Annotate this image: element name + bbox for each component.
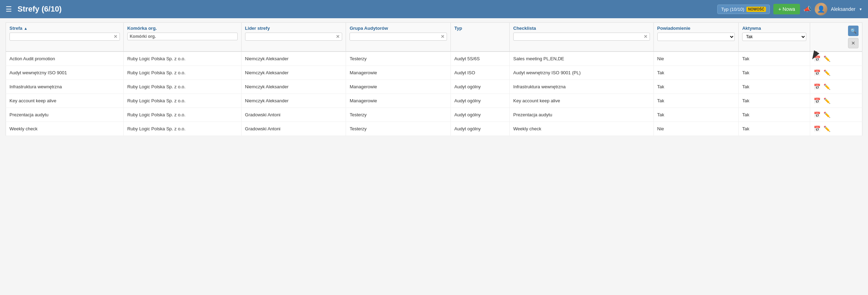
col-lider: Lider strefy ✕ (241, 23, 346, 52)
cell-strefa: Audyt wewnętrzny ISO 9001 (6, 66, 124, 80)
cell-komorka: Ruby Logic Polska Sp. z o.o. (123, 122, 241, 136)
col-komorka: Komórka org. Komórki org. (123, 23, 241, 52)
komorka-filter-text: Komórki org. (130, 34, 156, 39)
table-header-row: Strefa ▲ ✕ Komórka org. (6, 23, 862, 52)
aktywna-filter-select[interactable]: Tak Wszystkie Nie (742, 33, 806, 41)
cell-grupa: Testerzy (346, 122, 451, 136)
sort-icon[interactable]: ▲ (24, 26, 28, 30)
powiadomienie-filter-select[interactable]: Tak Nie (657, 33, 735, 41)
lider-filter-clear[interactable]: ✕ (336, 34, 340, 39)
cell-typ: Audyt ogólny (451, 108, 510, 122)
col-strefa-label: Strefa (9, 26, 22, 31)
cell-aktywna: Tak (739, 108, 810, 122)
cell-checklista: Prezentacja audytu (510, 108, 654, 122)
grupa-filter-input[interactable] (352, 34, 439, 39)
cell-komorka: Ruby Logic Polska Sp. z o.o. (123, 80, 241, 94)
nowosc-badge: NOWOŚĆ (746, 7, 766, 12)
clear-button[interactable]: ✕ (848, 38, 859, 48)
avatar-image: 👤 (815, 3, 827, 15)
calendar-icon[interactable]: 📅 (814, 125, 821, 132)
cell-grupa: Managerowie (346, 80, 451, 94)
cell-checklista: Key account keep alive (510, 94, 654, 108)
header-right: Typ (10/10) NOWOŚĆ + Nowa 📣 👤 Aleksander… (717, 3, 862, 15)
cell-powiadomienie: Tak (653, 94, 739, 108)
cell-checklista: Infrastruktura wewnętrzna (510, 80, 654, 94)
lider-filter-input[interactable] (247, 34, 335, 39)
table-row: Action Audit promotionRuby Logic Polska … (6, 52, 862, 66)
strefy-table: Strefa ▲ ✕ Komórka org. (6, 22, 862, 136)
col-typ: Typ (451, 23, 510, 52)
calendar-icon[interactable]: 📅 (814, 97, 821, 104)
nowa-button[interactable]: + Nowa (773, 4, 800, 14)
col-powiadomienie-label: Powiadomienie (657, 26, 691, 31)
cell-aktywna: Tak (739, 66, 810, 80)
edit-icon[interactable]: ✏️ (823, 69, 830, 76)
cell-strefa: Key account keep alive (6, 94, 124, 108)
col-grupa-label: Grupa Audytorów (350, 26, 388, 31)
cell-lider: Niemczyk Aleksander (241, 66, 346, 80)
col-strefa: Strefa ▲ ✕ (6, 23, 124, 52)
cell-lider: Gradowski Antoni (241, 108, 346, 122)
cell-strefa: Action Audit promotion (6, 52, 124, 66)
user-name[interactable]: Aleksander (831, 6, 855, 12)
strefa-filter-clear[interactable]: ✕ (114, 34, 117, 39)
col-powiadomienie: Powiadomienie Tak Nie (653, 23, 739, 52)
cell-strefa: Weekly check (6, 122, 124, 136)
bell-icon[interactable]: 📣 (803, 5, 811, 13)
calendar-icon[interactable]: 📅 (814, 69, 821, 76)
cell-powiadomienie: Nie (653, 52, 739, 66)
edit-icon[interactable]: ✏️ (823, 111, 830, 118)
calendar-icon[interactable]: 📅 (814, 111, 821, 118)
edit-icon[interactable]: ✏️ (823, 125, 830, 132)
search-button[interactable]: 🔍 (848, 26, 859, 36)
edit-icon[interactable]: ✏️ (823, 97, 830, 104)
edit-icon[interactable]: ✏️ (823, 83, 830, 90)
edit-icon[interactable]: ✏️ (823, 55, 830, 62)
user-chevron-icon[interactable]: ▼ (859, 7, 862, 11)
table-row: Key account keep aliveRuby Logic Polska … (6, 94, 862, 108)
checklista-filter-input[interactable] (516, 34, 642, 39)
calendar-icon[interactable]: 📅 (814, 83, 821, 90)
col-aktywna-label: Aktywna (742, 26, 761, 31)
cell-aktywna: Tak (739, 122, 810, 136)
cell-actions: 📅 ✏️ (810, 94, 862, 108)
cell-typ: Audyt ogólny (451, 122, 510, 136)
cell-powiadomienie: Tak (653, 80, 739, 94)
cell-aktywna: Tak (739, 52, 810, 66)
col-checklista-label: Checklista (513, 26, 536, 31)
cell-aktywna: Tak (739, 94, 810, 108)
cell-actions: 📅 ✏️ (810, 122, 862, 136)
cell-powiadomienie: Tak (653, 108, 739, 122)
cell-typ: Audyt ogólny (451, 94, 510, 108)
cell-lider: Niemczyk Aleksander (241, 94, 346, 108)
strefa-filter-input[interactable] (12, 34, 112, 39)
cell-lider: Gradowski Antoni (241, 122, 346, 136)
typ-button[interactable]: Typ (10/10) NOWOŚĆ (717, 5, 770, 14)
calendar-icon[interactable]: 📅 (814, 55, 821, 62)
cell-checklista: Sales meeting PL,EN,DE (510, 52, 654, 66)
col-komorka-label: Komórka org. (127, 26, 157, 31)
table-row: Prezentacja audytuRuby Logic Polska Sp. … (6, 108, 862, 122)
page-title: Strefy (6/10) (18, 5, 712, 14)
cell-strefa: Prezentacja audytu (6, 108, 124, 122)
checklista-filter-clear[interactable]: ✕ (644, 34, 647, 39)
cell-strefa: Infrastruktura wewnętrzna (6, 80, 124, 94)
table-body: Action Audit promotionRuby Logic Polska … (6, 52, 862, 136)
col-actions: 🔍 ✕ (810, 23, 862, 52)
menu-icon[interactable]: ☰ (6, 5, 12, 13)
col-checklista: Checklista ✕ (510, 23, 654, 52)
cell-actions: 📅 ✏️ (810, 52, 862, 66)
header: ☰ Strefy (6/10) Typ (10/10) NOWOŚĆ + Now… (0, 0, 868, 18)
table-row: Weekly checkRuby Logic Polska Sp. z o.o.… (6, 122, 862, 136)
cell-checklista: Audyt wewnętrzny ISO 9001 (PL) (510, 66, 654, 80)
grupa-filter-clear[interactable]: ✕ (441, 34, 445, 39)
cell-typ: Audyt ISO (451, 66, 510, 80)
cell-komorka: Ruby Logic Polska Sp. z o.o. (123, 52, 241, 66)
cell-grupa: Managerowie (346, 94, 451, 108)
main-content: Strefa ▲ ✕ Komórka org. (0, 18, 868, 140)
cell-actions: 📅 ✏️ (810, 108, 862, 122)
cell-lider: Niemczyk Aleksander (241, 80, 346, 94)
cell-typ: Audyt 5S/6S (451, 52, 510, 66)
col-typ-label: Typ (454, 26, 462, 31)
col-lider-label: Lider strefy (245, 26, 270, 31)
